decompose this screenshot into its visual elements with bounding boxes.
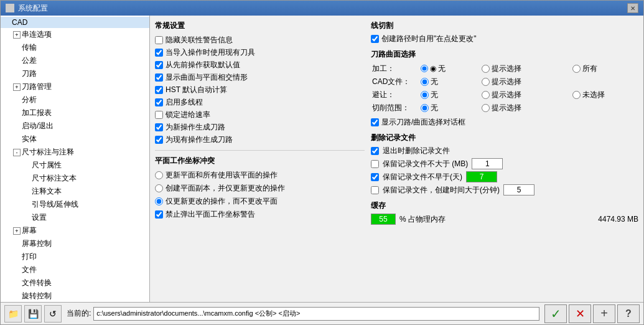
cache-percent-label: % 占物理内存 [399, 214, 446, 225]
tree-item-report-label: 加工报表 [22, 108, 52, 118]
expand-icon-dim[interactable]: - [13, 149, 21, 156]
checkbox-get-default-input[interactable] [155, 61, 163, 69]
curve-options-mach: ◉ 无 [421, 62, 482, 75]
tree-item-screen[interactable]: + 屏幕 [1, 224, 149, 237]
expand-icon-toolpath[interactable]: + [13, 83, 21, 91]
checkbox-get-default: 从先前操作获取默认值 [155, 60, 365, 70]
checkbox-existing-op-toolpath-input[interactable] [155, 136, 163, 144]
radio-cut-none-input[interactable] [421, 104, 429, 112]
cache-percent-input[interactable] [371, 214, 396, 225]
curve-row-mach: 加工： ◉ 无 提示选择 [371, 62, 638, 75]
radio-mach-all: 所有 [572, 64, 597, 74]
cache-memory-label: 4474.93 MB [598, 215, 638, 224]
tree-item-serial-label: 串连选项 [22, 29, 52, 40]
tree-item-annotation-text[interactable]: 注释文本 [1, 185, 149, 198]
checkbox-use-existing-tool-input[interactable] [155, 49, 163, 57]
tree-item-dim-props[interactable]: 尺寸属性 [1, 159, 149, 172]
tree-item-analysis[interactable]: 分析 [1, 93, 149, 106]
keep-no-more-input[interactable] [472, 158, 503, 169]
checkbox-get-default-label: 从先前操作获取默认值 [166, 60, 240, 70]
checkbox-hst-auto-input[interactable] [155, 86, 163, 94]
tree-item-print[interactable]: 打印 [1, 250, 149, 263]
plus-button[interactable]: + [593, 304, 615, 323]
path-input[interactable] [93, 307, 539, 321]
checkbox-hide-link-warning-input[interactable] [155, 36, 163, 44]
keep-no-earlier-checkbox[interactable] [371, 173, 379, 181]
checkbox-lock-feed: 锁定进给速率 [155, 110, 365, 120]
checkbox-use-existing-tool: 当导入操作时使用现有刀具 [155, 47, 365, 58]
title-bar-controls: ✕ [627, 3, 638, 13]
radio-cut-none: 无 [421, 103, 438, 113]
checkbox-existing-op-toolpath-label: 为现有操作生成刀路 [166, 134, 233, 145]
radio-create-copy[interactable] [155, 184, 163, 192]
keep-create-time-input[interactable] [503, 184, 534, 195]
tree-item-toolpath-mgmt[interactable]: + 刀路管理 [1, 80, 149, 93]
del-on-exit-checkbox[interactable] [371, 147, 379, 155]
checkbox-line-cut-input[interactable] [371, 35, 379, 43]
tree-item-file[interactable]: 文件 [1, 263, 149, 276]
tree-item-rotate-ctrl-label: 旋转控制 [22, 291, 52, 301]
cache-row: % 占物理内存 4474.93 MB [371, 214, 638, 225]
tree-item-cad[interactable]: CAD [1, 17, 149, 28]
bottom-bar: 📁 💾 ↺ 当前的: ✓ ✕ + ? [1, 302, 643, 324]
checkbox-new-op-toolpath-input[interactable] [155, 123, 163, 131]
tree-item-screen-ctrl-label: 屏幕控制 [22, 238, 52, 249]
tree-item-rotate-ctrl[interactable]: 旋转控制 [1, 290, 149, 302]
radio-mach-none-input[interactable] [421, 65, 428, 72]
radio-avoid-unsel-input[interactable] [572, 91, 581, 99]
expand-icon-serial[interactable]: + [13, 31, 21, 39]
tree-item-dim-note[interactable]: 尺寸标注文本 [1, 172, 149, 185]
bottom-icon-btn-2[interactable]: 💾 [24, 305, 42, 323]
keep-create-time-checkbox[interactable] [371, 186, 379, 194]
bottom-icon-btn-1[interactable]: 📁 [4, 305, 22, 323]
checkbox-lock-feed-input[interactable] [155, 111, 163, 119]
tree-item-serial[interactable]: + 串连选项 [1, 28, 149, 41]
tree-item-settings[interactable]: 设置 [1, 211, 149, 224]
curve-options-mach3: 所有 [572, 62, 638, 75]
checkbox-show-dialog-input[interactable] [371, 118, 379, 126]
tree-item-leader-line-label: 引导线/延伸线 [32, 199, 78, 210]
tree-item-transfer[interactable]: 传输 [1, 41, 149, 54]
radio-update-only[interactable] [155, 197, 163, 205]
radio-mach-hint-input[interactable] [482, 65, 490, 73]
radio-update-only-label: 仅更新更改的操作，而不更改平面 [166, 196, 278, 207]
checkbox-disable-popup-input[interactable] [155, 210, 163, 219]
tree-item-tool[interactable]: 刀路 [1, 67, 149, 80]
plane-radio-update-all: 更新平面和所有使用该平面的操作 [155, 170, 365, 181]
radio-mach-none: ◉ 无 [421, 64, 446, 74]
tree-item-solid[interactable]: 实体 [1, 133, 149, 146]
keep-create-time-row: 保留记录文件，创建时间大于(分钟) [371, 184, 638, 195]
tree-item-tolerance[interactable]: 公差 [1, 54, 149, 67]
checkbox-show-intersection-input[interactable] [155, 73, 163, 82]
checkbox-line-cut: 创建路径时自用"在点处更改" [371, 34, 638, 44]
tree-item-dim-annotation[interactable]: - 尺寸标注与注释 [1, 146, 149, 159]
radio-update-all-label: 更新平面和所有使用该平面的操作 [166, 170, 278, 181]
cancel-button[interactable]: ✕ [569, 304, 591, 323]
keep-no-more-checkbox[interactable] [371, 160, 379, 168]
expand-icon-screen[interactable]: + [13, 227, 21, 235]
ok-button[interactable]: ✓ [544, 304, 567, 323]
radio-avoid-none-input[interactable] [421, 91, 429, 99]
radio-cad-none-input[interactable] [421, 78, 429, 86]
radio-cad-hint-input[interactable] [482, 78, 490, 86]
checkbox-multi-thread: 启用多线程 [155, 97, 365, 108]
tree-item-leader-line[interactable]: 引导线/延伸线 [1, 198, 149, 211]
tree-item-report[interactable]: 加工报表 [1, 106, 149, 120]
bottom-icon-btn-3[interactable]: ↺ [44, 305, 62, 323]
help-button[interactable]: ? [617, 304, 640, 323]
checkbox-line-cut-label: 创建路径时自用"在点处更改" [381, 34, 477, 44]
radio-update-all[interactable] [155, 171, 163, 179]
radio-avoid-hint-input[interactable] [482, 91, 490, 99]
keep-no-more-row: 保留记录文件不大于 (MB) [371, 158, 638, 169]
radio-cut-hint-input[interactable] [482, 104, 490, 112]
plus-icon: + [600, 306, 608, 321]
close-button[interactable]: ✕ [627, 3, 638, 13]
checkbox-multi-thread-input[interactable] [155, 98, 163, 106]
keep-no-earlier-input[interactable] [466, 171, 497, 182]
radio-mach-all-input[interactable] [572, 65, 581, 73]
tree-item-file-convert[interactable]: 文件转换 [1, 276, 149, 290]
tree-item-startup[interactable]: 启动/退出 [1, 120, 149, 133]
tree-item-screen-ctrl[interactable]: 屏幕控制 [1, 237, 149, 250]
tree-item-file-convert-label: 文件转换 [22, 278, 52, 288]
tree-item-startup-label: 启动/退出 [22, 121, 54, 131]
